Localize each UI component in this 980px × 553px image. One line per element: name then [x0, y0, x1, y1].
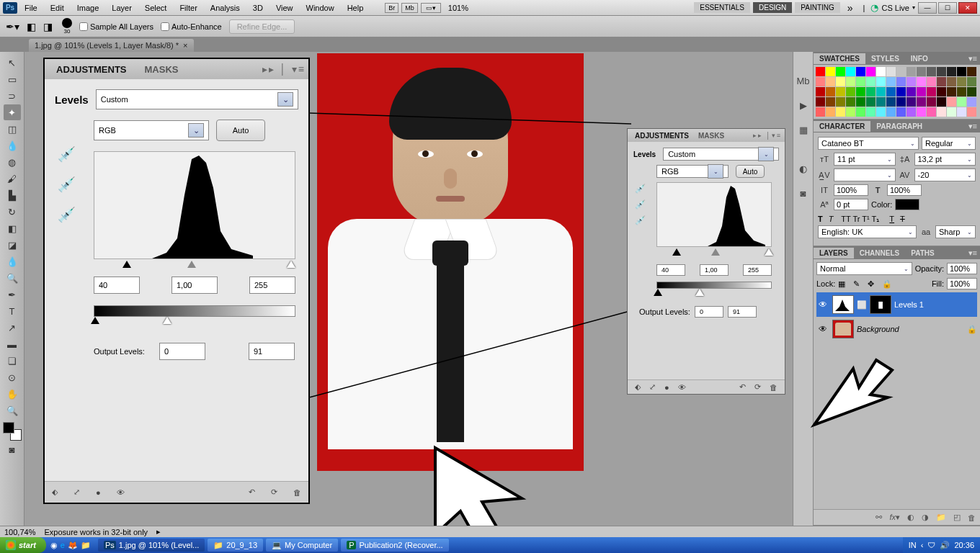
- swatch[interactable]: [906, 97, 916, 107]
- swatch[interactable]: [866, 67, 876, 76]
- swatch[interactable]: [906, 77, 916, 86]
- menu-select[interactable]: Select: [139, 2, 173, 14]
- channel-select[interactable]: RGB⌄: [94, 120, 209, 140]
- swatch[interactable]: [957, 67, 966, 76]
- swatch[interactable]: [826, 67, 835, 76]
- layer-background[interactable]: 👁 Background 🔒: [816, 317, 977, 341]
- swatch[interactable]: [886, 97, 896, 107]
- swatch[interactable]: [856, 97, 865, 107]
- gray-eyedropper-sm-icon[interactable]: 💉: [635, 199, 646, 210]
- tab-adjustments[interactable]: ADJUSTMENTS: [48, 60, 135, 78]
- antialias-select[interactable]: Sharp⌄: [935, 225, 976, 238]
- back-sm-icon[interactable]: ⬖: [635, 382, 641, 392]
- quick-mask-icon[interactable]: ◙: [4, 441, 21, 457]
- workspace-more-icon[interactable]: »: [843, 2, 858, 14]
- close-button[interactable]: ✕: [958, 2, 977, 14]
- swatch[interactable]: [937, 97, 946, 107]
- swatch[interactable]: [957, 87, 966, 96]
- white-eyedropper-sm-icon[interactable]: 💉: [635, 215, 646, 225]
- zoom-tool[interactable]: 🔍: [4, 403, 21, 418]
- 3d-tool[interactable]: ❏: [4, 353, 21, 369]
- swatch[interactable]: [836, 67, 845, 76]
- brushes-icon[interactable]: ▦: [796, 122, 811, 137]
- black-eyedropper-sm-icon[interactable]: 💉: [635, 184, 646, 194]
- menu-view[interactable]: View: [270, 2, 299, 14]
- delete-icon[interactable]: 🗑: [293, 488, 301, 497]
- output-white-sm[interactable]: 91: [728, 306, 757, 318]
- swatch[interactable]: [816, 67, 825, 76]
- swatch[interactable]: [927, 67, 936, 76]
- kerning-select[interactable]: ⌄: [834, 168, 896, 181]
- swatch[interactable]: [896, 77, 906, 86]
- swatch[interactable]: [957, 77, 966, 86]
- swatch[interactable]: [856, 107, 865, 117]
- input-black-field[interactable]: 40: [94, 276, 140, 294]
- path-select-tool[interactable]: ↗: [4, 320, 21, 336]
- swatch[interactable]: [836, 87, 845, 96]
- hscale-input[interactable]: 100%: [887, 184, 922, 196]
- tab-paragraph[interactable]: PARAGRAPH: [870, 121, 928, 132]
- output-black-sm[interactable]: 0: [695, 306, 723, 318]
- white-eyedropper-icon[interactable]: 💉: [58, 206, 76, 223]
- menu-analysis[interactable]: Analysis: [205, 2, 246, 14]
- swatch[interactable]: [876, 67, 886, 76]
- task-folder[interactable]: 📁20_9_13: [208, 539, 263, 552]
- tool-preset-icon[interactable]: ✒▾: [6, 21, 19, 32]
- swatch[interactable]: [886, 77, 896, 86]
- panel-menu-sm-icon[interactable]: ▸▸ │▾≡: [753, 132, 782, 139]
- menu-image[interactable]: Image: [71, 2, 105, 14]
- mini-bridge-icon[interactable]: Mb: [796, 73, 811, 88]
- swatch[interactable]: [967, 67, 976, 76]
- input-white-sm[interactable]: 255: [743, 264, 772, 276]
- swatch[interactable]: [866, 107, 876, 117]
- zoom-percent[interactable]: 100,74%: [4, 528, 35, 536]
- workspace-painting[interactable]: PAINTING: [795, 2, 839, 13]
- swatch[interactable]: [816, 97, 825, 107]
- close-tab-icon[interactable]: ×: [183, 41, 187, 50]
- character-menu-icon[interactable]: ▾≡: [966, 122, 980, 131]
- clip-sm-icon[interactable]: ●: [664, 383, 669, 392]
- hand-tool[interactable]: ✋: [4, 386, 21, 402]
- history-icon[interactable]: ▶: [796, 98, 811, 112]
- menu-file[interactable]: File: [19, 2, 43, 14]
- input-sliders-sm[interactable]: [656, 248, 772, 258]
- workspace-design[interactable]: DESIGN: [753, 2, 792, 13]
- swatch[interactable]: [927, 77, 936, 86]
- tab-channels[interactable]: CHANNELS: [854, 248, 906, 258]
- auto-button[interactable]: Auto: [216, 120, 265, 141]
- swatch[interactable]: [826, 77, 835, 86]
- mb-icon[interactable]: Mb: [401, 3, 418, 13]
- baseline-input[interactable]: 0 pt: [834, 199, 868, 210]
- channel-select-sm[interactable]: RGB⌄: [656, 165, 729, 178]
- output-white-field[interactable]: 91: [249, 343, 295, 360]
- swatch[interactable]: [846, 67, 855, 76]
- menu-layer[interactable]: Layer: [106, 2, 138, 14]
- swatch[interactable]: [826, 87, 835, 96]
- expand-sm-icon[interactable]: ⤢: [649, 382, 656, 392]
- swatch[interactable]: [927, 97, 936, 107]
- swatch[interactable]: [937, 77, 946, 86]
- layer-levels1[interactable]: 👁 ⬜ █ Levels 1: [816, 292, 977, 317]
- swatch[interactable]: [967, 107, 976, 117]
- swatch[interactable]: [937, 87, 946, 96]
- swatch[interactable]: [876, 77, 886, 86]
- auto-enhance-checkbox[interactable]: Auto-Enhance: [161, 22, 222, 31]
- task-mycomputer[interactable]: 💻My Computer: [266, 539, 338, 552]
- swatch[interactable]: [876, 87, 886, 96]
- swatch[interactable]: [876, 107, 886, 117]
- mask-icon[interactable]: ◐: [907, 513, 914, 522]
- swatch[interactable]: [937, 107, 946, 117]
- swatch[interactable]: [957, 107, 966, 117]
- input-black-sm[interactable]: 40: [656, 264, 685, 276]
- task-publisher[interactable]: PPublication2 (Recover...: [341, 539, 449, 552]
- stamp-tool[interactable]: ▙: [4, 187, 21, 203]
- pen-tool[interactable]: ✒: [4, 287, 21, 302]
- tray-expand-icon[interactable]: ‹: [921, 541, 924, 549]
- fx-icon[interactable]: fx▾: [889, 513, 900, 522]
- swatch[interactable]: [846, 97, 855, 107]
- swatch[interactable]: [917, 97, 926, 107]
- swatch[interactable]: [917, 87, 926, 96]
- br-icon[interactable]: Br: [385, 3, 398, 13]
- gradient-tool[interactable]: ◪: [4, 237, 21, 253]
- tracking-select[interactable]: -20⌄: [914, 168, 976, 181]
